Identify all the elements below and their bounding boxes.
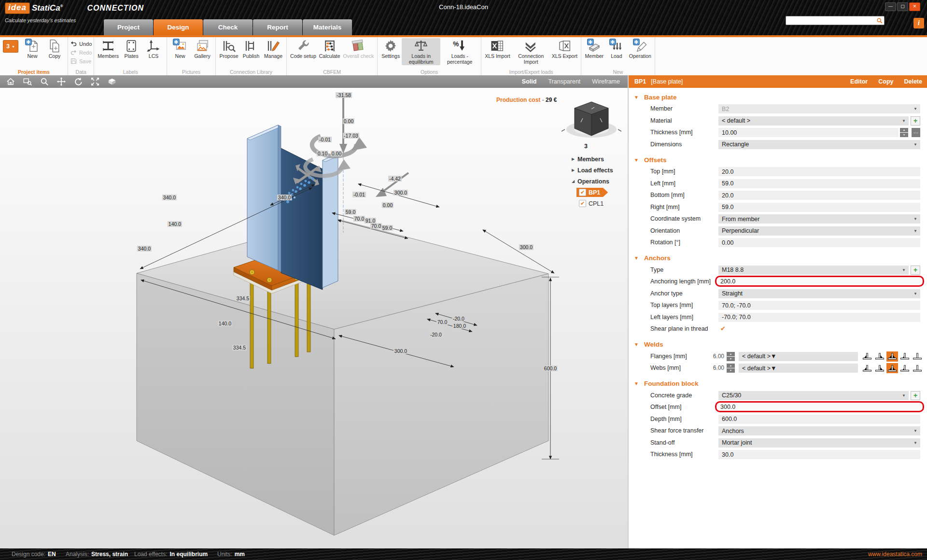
collapsed-arrow-icon[interactable]: ▶ [569,157,577,161]
section-header[interactable]: ▼Foundation block [629,378,927,390]
dropdown-member[interactable]: B2▼ [718,104,920,113]
search-icon[interactable] [876,17,883,24]
ribbon-button-publish[interactable]: Publish [240,38,262,60]
expanded-arrow-icon[interactable]: ◢ [569,179,577,183]
section-header[interactable]: ▼Anchors [629,252,927,265]
highlighted-input[interactable]: 200.0 [715,276,924,287]
checkbox[interactable]: ✔ [579,189,586,196]
weld-size-input[interactable]: 6.00 [701,364,724,373]
weld-size-input[interactable]: 6.00 [701,352,724,361]
dropdown-anchor-type[interactable]: Straight▼ [718,289,920,298]
tab-check[interactable]: Check [203,19,253,35]
ribbon-button-settings[interactable]: Settings [379,38,402,60]
section-header[interactable]: ▼Welds [629,338,927,351]
section-header[interactable]: ▼Offsets [629,154,927,166]
zoom-icon[interactable] [38,77,51,86]
ribbon-button-operation[interactable]: Operation [628,38,653,60]
dropdown-concrete-grade[interactable]: C25/30▼ [718,391,909,400]
ribbon-button-overall-check[interactable]: Overall check [342,38,376,60]
save-button[interactable]: Save [70,57,92,65]
more-button[interactable]: … [912,128,920,137]
redo-button[interactable]: Redo [70,49,92,56]
input-thickness-mm[interactable]: 30.0 [718,450,920,459]
viewport-3d[interactable]: SolidTransparentWireframe [0,75,628,548]
weld-fillet-left-icon[interactable] [861,351,873,362]
input-right-mm[interactable]: 59.0 [718,203,920,212]
dropdown-material[interactable]: < default >▼ [718,116,909,126]
add-button[interactable]: + [911,116,920,126]
ribbon-button-xls-export[interactable]: XLS Export [550,38,579,60]
dropdown-orientation[interactable]: Perpendicular▼ [718,226,920,236]
tab-materials[interactable]: Materials [303,19,352,35]
ribbon-button-calculate[interactable]: Calculate [318,38,342,60]
input-rotation[interactable]: 0.00 [718,238,920,247]
ribbon-button-manage[interactable]: Manage [262,38,284,60]
concrete-block[interactable] [137,218,548,535]
weld-fillet-half-icon[interactable] [899,363,911,373]
delete-button[interactable]: Delete [904,78,922,85]
input-top-mm[interactable]: 20.0 [718,167,920,176]
section-header[interactable]: ▼Base plate [629,91,927,103]
tree-item-cpl1[interactable]: ✔CPL1 [569,198,627,209]
home-icon[interactable] [4,77,17,86]
input-left-layers-mm[interactable]: -70.0; 70.0 [718,313,920,322]
tree-item-bp1[interactable]: ✔BP1 [569,187,627,198]
ribbon-button-copy[interactable]: Copy [43,38,66,60]
section-collapse-icon[interactable]: ▼ [629,157,644,163]
view-mode-solid[interactable]: Solid [522,78,537,85]
highlighted-input[interactable]: 300.0 [715,401,924,412]
weld-material-dropdown[interactable]: < default >▼ [739,352,858,361]
scene-3d[interactable] [0,88,628,548]
ribbon-button-code-setup[interactable]: Code setup [289,38,318,60]
weld-fillet-left-icon[interactable] [861,363,873,373]
input-top-layers-mm[interactable]: 70.0; -70.0 [718,301,920,310]
weld-fillet-right-icon[interactable] [874,351,885,362]
section-collapse-icon[interactable]: ▼ [629,255,644,261]
add-button[interactable]: + [911,391,920,400]
pan-icon[interactable] [55,77,68,86]
search-input[interactable] [786,18,876,24]
close-button[interactable]: ✕ [909,2,920,11]
section-collapse-icon[interactable]: ▼ [629,95,644,100]
collapsed-arrow-icon[interactable]: ▶ [569,168,577,172]
weld-fillet-both-icon[interactable] [886,363,898,373]
minimize-button[interactable]: — [885,2,896,11]
fit-icon[interactable] [89,77,101,86]
website-link[interactable]: www.ideastatica.com [868,551,922,558]
add-button[interactable]: + [911,266,920,275]
ribbon-button-load[interactable]: Load [605,38,628,60]
ribbon-button-plates[interactable]: Plates [120,38,142,60]
tab-design[interactable]: Design [154,19,203,35]
tree-item-members[interactable]: ▶Members [569,154,627,165]
ribbon-button-connection-import[interactable]: Connection Import [512,38,550,65]
dropdown-shear-force-transfer[interactable]: Anchors▼ [718,426,920,435]
maximize-button[interactable]: ▢ [897,2,908,11]
project-item-selector[interactable]: 3▼ [3,40,18,53]
section-collapse-icon[interactable]: ▼ [629,381,644,386]
undo-button[interactable]: Undo [70,40,92,47]
editor-button[interactable]: Editor [850,78,868,85]
tree-item-operations[interactable]: ◢Operations [569,176,627,187]
spinner[interactable]: ▲▼ [727,364,735,373]
view-mode-transparent[interactable]: Transparent [548,78,580,85]
dropdown-dimensions[interactable]: Rectangle▼ [718,140,920,149]
tree-root[interactable]: 3 [569,143,627,154]
input-depth-mm[interactable]: 600.0 [718,415,920,424]
input-thickness-mm[interactable]: 10.00 [718,128,899,137]
input-bottom-mm[interactable]: 20.0 [718,191,920,200]
info-button[interactable]: i [913,18,924,28]
spinner[interactable]: ▲▼ [727,352,735,361]
tree-item-load-effects[interactable]: ▶Load effects [569,165,627,176]
ribbon-button-gallery[interactable]: Gallery [191,38,213,60]
weld-fillet-right-icon[interactable] [874,363,885,373]
dropdown-type[interactable]: M18 8.8▼ [718,266,909,275]
ribbon-button-member[interactable]: Member [583,38,605,60]
dropdown-stand-off[interactable]: Mortar joint▼ [718,438,920,448]
input-left-mm[interactable]: 59.0 [718,179,920,188]
weld-fillet-both-icon[interactable] [886,351,898,362]
ribbon-button-new[interactable]: New [21,38,43,60]
navigation-cube[interactable] [560,95,623,145]
zoom-window-icon[interactable] [21,77,34,86]
weld-fillet-half-icon[interactable] [899,351,911,362]
checkbox-checked-icon[interactable]: ✔ [720,325,726,332]
